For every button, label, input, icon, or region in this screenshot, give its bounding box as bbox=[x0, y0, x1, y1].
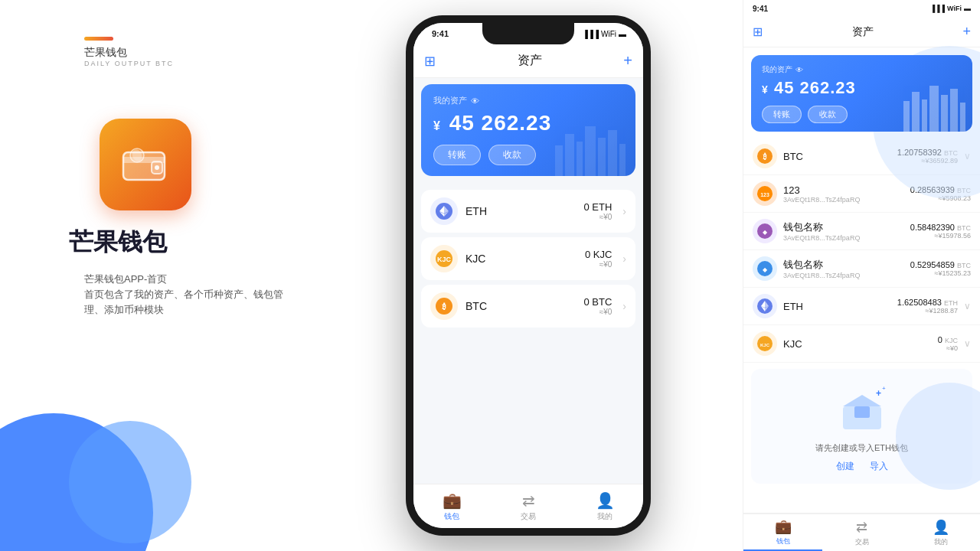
kjc-amount: 0 KJC ≈¥0 bbox=[585, 249, 612, 269]
svg-text:+: + bbox=[882, 385, 886, 392]
status-icons: ▐▐▐ WiFi ▬ bbox=[583, 30, 631, 38]
phone-bottom-tabs: 💼 钱包 ⇄ 交易 👤 我的 bbox=[413, 484, 643, 528]
home-indicator bbox=[498, 528, 559, 531]
btc-balance: 0 BTC bbox=[583, 296, 612, 308]
left-panel: 芒果钱包 DAILY OUTPUT BTC 芒果钱包 芒果钱包APP-首页 首页… bbox=[0, 0, 429, 551]
svg-rect-22 bbox=[903, 101, 910, 132]
right-nav-title: 资产 bbox=[852, 25, 874, 39]
svg-point-3 bbox=[155, 165, 159, 170]
right-status-time: 9:41 bbox=[753, 5, 768, 13]
btc-info: BTC bbox=[466, 300, 576, 312]
eth-logo bbox=[430, 197, 458, 225]
right-eth-arrow: ∨ bbox=[964, 301, 971, 311]
svg-text:KJC: KJC bbox=[437, 256, 452, 263]
right-coin-kjc[interactable]: KJC KJC 0 KJC ≈¥0 ∨ bbox=[743, 325, 980, 363]
mine-tab-label: 我的 bbox=[597, 511, 612, 522]
right-mine-tab-label: 我的 bbox=[934, 537, 948, 547]
phone-asset-card: 我的资产 👁 ¥ 45 262.23 转账 收款 bbox=[421, 84, 635, 176]
right-123-logo: 123 bbox=[753, 181, 777, 206]
right-coin-wallet1[interactable]: ◆ 钱包名称 3AvEQt1R8...TsZ4fpaRQ 0.58482390 … bbox=[743, 213, 980, 250]
nav-title: 资产 bbox=[518, 53, 542, 69]
svg-rect-6 bbox=[555, 145, 563, 176]
right-wallet1-logo: ◆ bbox=[753, 219, 777, 243]
kjc-name: KJC bbox=[466, 253, 577, 265]
svg-rect-11 bbox=[608, 130, 617, 176]
right-signal-icon: ▐▐▐ bbox=[930, 5, 945, 12]
svg-rect-24 bbox=[922, 99, 927, 132]
phone-tab-wallet[interactable]: 💼 钱包 bbox=[413, 487, 490, 527]
phone-coin-list: ETH 0 ETH ≈¥0 › KJC KJC bbox=[413, 185, 643, 484]
svg-rect-8 bbox=[577, 142, 583, 176]
kjc-logo: KJC bbox=[430, 245, 458, 272]
svg-rect-12 bbox=[619, 144, 626, 176]
right-status-icons: ▐▐▐ WiFi ▬ bbox=[930, 5, 971, 12]
app-desc-1: 芒果钱包APP-首页 bbox=[84, 272, 167, 288]
eye-icon[interactable]: 👁 bbox=[471, 96, 479, 106]
right-tab-mine[interactable]: 👤 我的 bbox=[901, 514, 980, 551]
right-btc-info: BTC bbox=[783, 151, 891, 162]
right-status-bar: 9:41 ▐▐▐ WiFi ▬ bbox=[743, 0, 980, 17]
btc-arrow: › bbox=[622, 300, 626, 312]
btc-logo: ₿ bbox=[430, 292, 458, 320]
kjc-balance: 0 KJC bbox=[585, 249, 612, 260]
phone-mockup: 9:41 ▐▐▐ WiFi ▬ ⊞ 资产 + bbox=[406, 15, 651, 536]
right-123-info: 123 3AvEQt1R8...TsZ4fpaRQ bbox=[783, 184, 904, 204]
tx-tab-icon: ⇄ bbox=[522, 491, 535, 510]
right-eth-amount: 1.62508483 ETH ≈¥1288.87 bbox=[897, 298, 958, 315]
svg-rect-23 bbox=[912, 92, 920, 132]
coin-item-kjc[interactable]: KJC KJC 0 KJC ≈¥0 › bbox=[421, 237, 635, 280]
right-nav: ⊞ 资产 + bbox=[743, 17, 980, 47]
svg-text:123: 123 bbox=[760, 192, 769, 197]
right-tx-tab-label: 交易 bbox=[855, 537, 869, 547]
app-icon bbox=[100, 119, 191, 210]
right-kjc-info: KJC bbox=[783, 338, 932, 350]
right-wifi-icon: WiFi bbox=[947, 5, 962, 12]
right-kjc-logo: KJC bbox=[753, 331, 777, 356]
status-time: 9:41 bbox=[426, 29, 449, 38]
right-tab-wallet[interactable]: 💼 钱包 bbox=[743, 514, 822, 551]
coin-item-eth[interactable]: ETH 0 ETH ≈¥0 › bbox=[421, 190, 635, 233]
right-eth-info: ETH bbox=[783, 301, 891, 312]
right-grid-icon[interactable]: ⊞ bbox=[753, 24, 763, 39]
add-nav-button[interactable]: + bbox=[623, 52, 632, 70]
right-receive-button[interactable]: 收款 bbox=[808, 106, 848, 123]
app-desc-3: 理、添加币种模块 bbox=[84, 302, 164, 318]
right-wallet2-amount: 0.52954859 BTC ≈¥15235.23 bbox=[910, 260, 971, 277]
kjc-info: KJC bbox=[466, 253, 577, 265]
right-wallet1-amount: 0.58482390 BTC ≈¥15978.56 bbox=[910, 223, 971, 240]
right-coin-wallet2[interactable]: ◆ 钱包名称 3AvEQt1R8...TsZ4fpaRQ 0.52954859 … bbox=[743, 250, 980, 288]
btc-name: BTC bbox=[466, 300, 576, 312]
svg-text:◆: ◆ bbox=[763, 229, 768, 236]
tx-tab-label: 交易 bbox=[521, 511, 536, 522]
svg-rect-10 bbox=[598, 138, 606, 176]
grid-nav-icon[interactable]: ⊞ bbox=[424, 53, 436, 70]
kjc-fiat: ≈¥0 bbox=[585, 260, 612, 269]
eth-fiat: ≈¥0 bbox=[583, 213, 612, 221]
right-btc-logo: ₿ bbox=[753, 144, 777, 168]
app-name: 芒果钱包 bbox=[69, 226, 167, 259]
eth-balance: 0 ETH bbox=[583, 201, 612, 213]
right-asset-card: 我的资产 👁 ¥ 45 262.23 转账 收款 bbox=[751, 55, 972, 132]
brand-tagline: DAILY OUTPUT BTC bbox=[84, 60, 174, 67]
mine-tab-icon: 👤 bbox=[596, 491, 615, 510]
right-add-button[interactable]: + bbox=[962, 24, 971, 40]
right-coin-eth[interactable]: ETH 1.62508483 ETH ≈¥1288.87 ∨ bbox=[743, 288, 980, 325]
phone-tab-tx[interactable]: ⇄ 交易 bbox=[490, 487, 567, 527]
right-battery-icon: ▬ bbox=[964, 5, 971, 12]
transfer-button[interactable]: 转账 bbox=[433, 145, 481, 165]
svg-text:+: + bbox=[876, 388, 881, 399]
right-transfer-button[interactable]: 转账 bbox=[762, 106, 802, 123]
right-tab-tx[interactable]: ⇄ 交易 bbox=[822, 514, 901, 551]
btc-fiat: ≈¥0 bbox=[583, 308, 612, 316]
receive-button[interactable]: 收款 bbox=[488, 145, 536, 165]
eth-name: ETH bbox=[466, 205, 576, 217]
svg-rect-28 bbox=[960, 103, 965, 132]
svg-text:KJC: KJC bbox=[760, 343, 770, 347]
wifi-icon: WiFi bbox=[601, 30, 616, 38]
coin-item-btc[interactable]: ₿ BTC 0 BTC ≈¥0 › bbox=[421, 285, 635, 328]
eth-create-link[interactable]: 创建 bbox=[836, 460, 854, 473]
eth-import-link[interactable]: 导入 bbox=[870, 460, 888, 473]
phone-tab-mine[interactable]: 👤 我的 bbox=[567, 487, 643, 527]
accent-line bbox=[84, 37, 113, 41]
right-eye-icon[interactable]: 👁 bbox=[795, 66, 803, 74]
